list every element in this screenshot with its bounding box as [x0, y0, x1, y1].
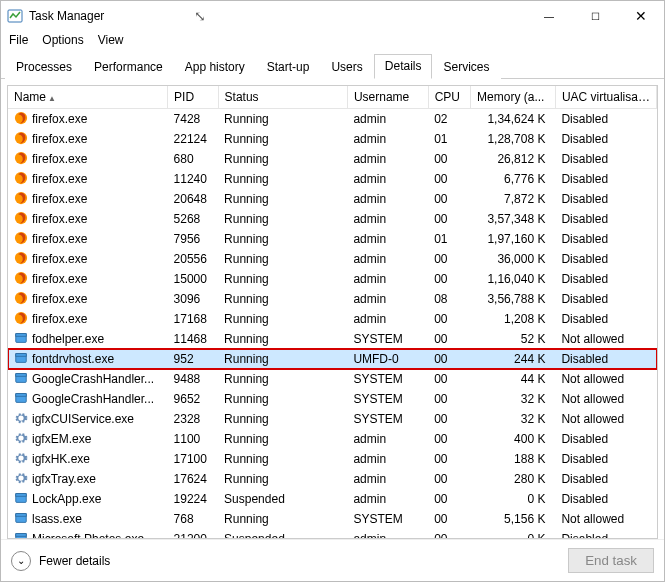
process-user: UMFD-0 [347, 349, 428, 369]
col-memory[interactable]: Memory (a... [471, 86, 556, 109]
process-pid: 5268 [168, 209, 219, 229]
process-uac: Not allowed [555, 509, 656, 529]
col-user[interactable]: Username [347, 86, 428, 109]
process-memory: 280 K [471, 469, 556, 489]
col-name[interactable]: Name▲ [8, 86, 168, 109]
process-uac: Disabled [555, 469, 656, 489]
win-icon [14, 491, 28, 508]
table-row[interactable]: igfxCUIService.exe2328RunningSYSTEM0032 … [8, 409, 657, 429]
process-uac: Disabled [555, 529, 656, 539]
table-row[interactable]: firefox.exe5268Runningadmin003,57,348 KD… [8, 209, 657, 229]
process-status: Running [218, 409, 347, 429]
process-uac: Disabled [555, 169, 656, 189]
process-user: admin [347, 309, 428, 329]
ff-icon [14, 191, 28, 208]
table-row[interactable]: firefox.exe11240Runningadmin006,776 KDis… [8, 169, 657, 189]
fewer-details-label: Fewer details [39, 554, 110, 568]
process-table-wrap: Name▲ PID Status Username CPU Memory (a.… [7, 85, 658, 539]
tab-details[interactable]: Details [374, 54, 433, 79]
process-memory: 52 K [471, 329, 556, 349]
table-row[interactable]: Microsoft.Photos.exe21200Suspendedadmin0… [8, 529, 657, 539]
col-cpu[interactable]: CPU [428, 86, 470, 109]
process-uac: Disabled [555, 149, 656, 169]
table-row[interactable]: firefox.exe7428Runningadmin021,34,624 KD… [8, 109, 657, 130]
process-cpu: 00 [428, 449, 470, 469]
process-cpu: 00 [428, 489, 470, 509]
table-row[interactable]: GoogleCrashHandler...9488RunningSYSTEM00… [8, 369, 657, 389]
process-name: igfxCUIService.exe [32, 412, 134, 426]
process-name: LockApp.exe [32, 492, 101, 506]
table-row[interactable]: GoogleCrashHandler...9652RunningSYSTEM00… [8, 389, 657, 409]
process-memory: 36,000 K [471, 249, 556, 269]
process-status: Running [218, 189, 347, 209]
tab-services[interactable]: Services [432, 55, 500, 79]
tab-performance[interactable]: Performance [83, 55, 174, 79]
gear-icon [14, 431, 28, 448]
process-status: Running [218, 109, 347, 130]
process-pid: 19224 [168, 489, 219, 509]
process-status: Running [218, 329, 347, 349]
table-row[interactable]: fontdrvhost.exe952RunningUMFD-000244 KDi… [8, 349, 657, 369]
chevron-down-icon: ⌄ [11, 551, 31, 571]
process-user: admin [347, 489, 428, 509]
process-memory: 1,16,040 K [471, 269, 556, 289]
maximize-button[interactable]: ☐ [572, 1, 618, 31]
col-uac[interactable]: UAC virtualisat... [555, 86, 656, 109]
tab-startup[interactable]: Start-up [256, 55, 321, 79]
end-task-button[interactable]: End task [568, 548, 654, 573]
ff-icon [14, 231, 28, 248]
process-uac: Disabled [555, 349, 656, 369]
process-uac: Disabled [555, 269, 656, 289]
table-row[interactable]: LockApp.exe19224Suspendedadmin000 KDisab… [8, 489, 657, 509]
menu-file[interactable]: File [9, 33, 28, 47]
process-memory: 1,34,624 K [471, 109, 556, 130]
tab-users[interactable]: Users [320, 55, 373, 79]
table-row[interactable]: firefox.exe15000Runningadmin001,16,040 K… [8, 269, 657, 289]
process-uac: Disabled [555, 189, 656, 209]
process-status: Running [218, 389, 347, 409]
table-row[interactable]: fodhelper.exe11468RunningSYSTEM0052 KNot… [8, 329, 657, 349]
process-pid: 952 [168, 349, 219, 369]
col-status[interactable]: Status [218, 86, 347, 109]
process-status: Running [218, 149, 347, 169]
table-row[interactable]: igfxHK.exe17100Runningadmin00188 KDisabl… [8, 449, 657, 469]
ff-icon [14, 111, 28, 128]
process-name: fodhelper.exe [32, 332, 104, 346]
process-cpu: 00 [428, 169, 470, 189]
process-status: Running [218, 309, 347, 329]
svg-rect-15 [16, 353, 27, 356]
table-row[interactable]: firefox.exe20556Runningadmin0036,000 KDi… [8, 249, 657, 269]
table-row[interactable]: firefox.exe7956Runningadmin011,97,160 KD… [8, 229, 657, 249]
table-row[interactable]: igfxEM.exe1100Runningadmin00400 KDisable… [8, 429, 657, 449]
table-row[interactable]: lsass.exe768RunningSYSTEM005,156 KNot al… [8, 509, 657, 529]
process-cpu: 00 [428, 269, 470, 289]
process-memory: 0 K [471, 529, 556, 539]
close-button[interactable]: ✕ [618, 1, 664, 31]
process-pid: 20648 [168, 189, 219, 209]
minimize-button[interactable]: — [526, 1, 572, 31]
fewer-details-button[interactable]: ⌄ Fewer details [11, 551, 110, 571]
process-user: admin [347, 149, 428, 169]
table-row[interactable]: firefox.exe3096Runningadmin083,56,788 KD… [8, 289, 657, 309]
menu-options[interactable]: Options [42, 33, 83, 47]
ff-icon [14, 131, 28, 148]
table-row[interactable]: firefox.exe680Runningadmin0026,812 KDisa… [8, 149, 657, 169]
table-row[interactable]: firefox.exe17168Runningadmin001,208 KDis… [8, 309, 657, 329]
process-uac: Not allowed [555, 329, 656, 349]
process-pid: 11468 [168, 329, 219, 349]
tab-app-history[interactable]: App history [174, 55, 256, 79]
table-row[interactable]: firefox.exe22124Runningadmin011,28,708 K… [8, 129, 657, 149]
menu-view[interactable]: View [98, 33, 124, 47]
process-name: firefox.exe [32, 172, 87, 186]
process-pid: 15000 [168, 269, 219, 289]
table-row[interactable]: firefox.exe20648Runningadmin007,872 KDis… [8, 189, 657, 209]
process-name: igfxHK.exe [32, 452, 90, 466]
process-memory: 1,28,708 K [471, 129, 556, 149]
process-name: firefox.exe [32, 292, 87, 306]
table-row[interactable]: igfxTray.exe17624Runningadmin00280 KDisa… [8, 469, 657, 489]
process-status: Suspended [218, 529, 347, 539]
process-pid: 680 [168, 149, 219, 169]
col-pid[interactable]: PID [168, 86, 219, 109]
tab-processes[interactable]: Processes [5, 55, 83, 79]
process-cpu: 00 [428, 349, 470, 369]
